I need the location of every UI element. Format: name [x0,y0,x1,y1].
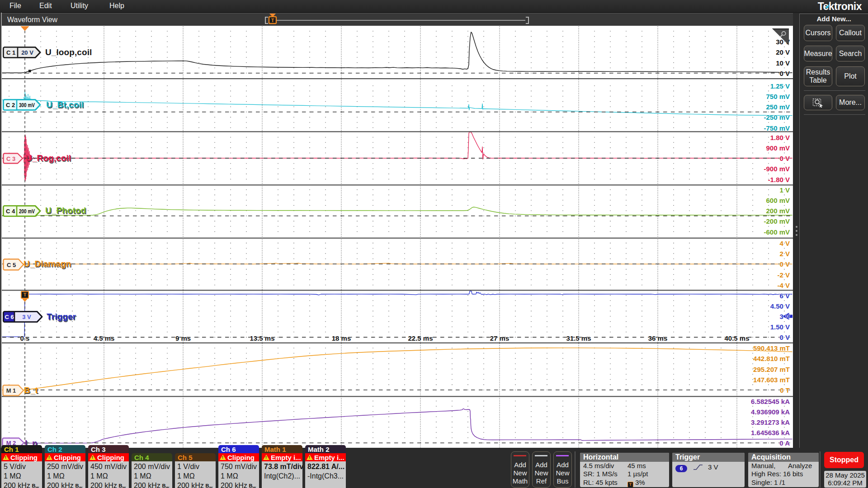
button-results-table[interactable]: ResultsTable [804,66,832,86]
button-plot[interactable]: Plot [836,66,865,86]
scale-label-C2: 1.25 V [770,82,790,89]
menu-item-help[interactable]: Help [109,2,124,10]
badge-settings: 5 V/div1 MΩ200 kHzBW [1,461,42,488]
badge-header-ch5[interactable]: Ch 5 [175,453,216,461]
bandwidth-icon: BW [205,481,212,488]
badge-header-ch3[interactable]: Ch 3 [88,445,129,453]
waveform-grid[interactable] [2,26,793,448]
trigger-panel[interactable]: Trigger63 V [672,453,745,487]
button-accent-line [535,455,547,456]
trigger-position-triangle[interactable] [21,26,29,31]
badge-header-ch6[interactable]: Ch 6 [218,445,259,453]
trigger-source-pill: 6 [675,465,687,472]
menu-item-edit[interactable]: Edit [39,2,52,10]
horizontal-panel[interactable]: Horizontal4.5 ms/div45 msSR: 1 MS/s1 µs/… [580,453,669,487]
slice-border [2,131,793,132]
channel-badge-M1[interactable]: M 1 [2,385,25,396]
scale-label-C5: 4 V [779,239,790,247]
channel-label-M1[interactable]: B_t [24,385,38,395]
channel-badge-C2[interactable]: C 2300 mV [3,99,42,111]
badge-header-math1[interactable]: Math 1 [262,445,302,453]
horizontal-panel-row: 4.5 ms/div45 ms [580,462,669,470]
button-measure[interactable]: Measure [804,46,832,61]
button-add-new-ref[interactable]: AddNewRef [532,451,551,488]
channel-label-C6[interactable]: Trigger [47,312,76,322]
badge-settings: 200 mV/div1 MΩ200 kHzBW [132,461,172,488]
scale-label-C5: 0 V [779,260,790,268]
warning-icon [307,455,313,460]
button-accent-line [514,455,526,456]
scale-label-C2: 250 mV [766,103,790,111]
badge-header-ch4[interactable]: Ch 4 [132,453,172,461]
warning-icon [263,455,269,460]
svg-text:C 2: C 2 [6,102,15,108]
bottom-badge-ch6[interactable]: Ch 6Clipping750 mV/div1 MΩ200 kHzBW [218,445,259,488]
button-add-new-math[interactable]: AddNewMath [511,451,529,488]
svg-text:20 V: 20 V [21,49,33,56]
svg-text:3 V: 3 V [22,314,31,320]
badge-settings: 750 mV/div1 MΩ200 kHzBW [218,461,259,488]
scale-label-C3: 0 V [779,155,790,162]
button-area-zoom[interactable] [804,95,832,110]
button-search[interactable]: Search [836,46,865,61]
channel-label-C3[interactable]: U_Rog,coil [26,153,71,163]
badge-header-ch2[interactable]: Ch 2 [45,445,85,453]
handle-dot [796,230,797,232]
stopped-button[interactable]: Stopped [824,452,864,468]
bottom-badge-ch5[interactable]: Ch 51 V/div1 MΩ200 kHzBW [175,453,216,488]
button-add-new-bus[interactable]: AddNewBus [553,451,572,488]
channel-badge-C6[interactable]: C 63 V [3,311,43,323]
svg-text:200 mV: 200 mV [19,208,35,215]
channel-label-C1[interactable]: U_loop,coil [45,47,92,57]
time-label: 6:09:42 PM [824,479,866,487]
handle-dot [796,226,797,228]
scale-label-M1: 0 T [780,386,790,394]
bottom-badge-ch1[interactable]: Ch 1Clipping5 V/div1 MΩ200 kHzBW [1,445,42,488]
button-cursors[interactable]: Cursors [804,25,832,41]
channel-badge-C3[interactable]: C 3 [3,153,24,164]
scale-label-C2: -250 mV [764,113,790,121]
scale-label-C5: -2 V [777,271,790,278]
handle-dot [796,234,797,236]
button-callout[interactable]: Callout [836,25,865,41]
scale-label-C3: -1.80 V [768,175,790,183]
warning-icon [220,455,226,460]
channel-badge-C5[interactable]: C 5 [3,258,25,271]
scale-label-C6: 4.50 V [770,302,790,310]
badge-warning: Clipping [45,453,85,461]
badge-settings: 250 mV/div1 MΩ200 kHzBW [45,461,85,488]
acquisition-row: Single: 1 /1 [748,479,819,487]
bottom-badge-ch2[interactable]: Ch 2Clipping250 mV/div1 MΩ200 kHzBW [45,445,85,488]
horizontal-pan-slider[interactable]: T [262,13,533,26]
slider-trigger-marker[interactable]: T [269,14,276,23]
menu-item-utility[interactable]: Utility [71,2,88,10]
channel-label-C2[interactable]: U_Bt,coil [46,100,84,110]
channel-label-C5[interactable]: U_Diamagn [24,259,71,269]
bottom-badge-ch4[interactable]: Ch 4200 mV/div1 MΩ200 kHzBW [132,453,172,488]
panel-separator [804,90,865,91]
acquisition-panel[interactable]: AcquisitionManual,AnalyzeHigh Res: 16 bi… [748,453,819,487]
menu-item-file[interactable]: File [9,2,21,10]
channel-badge-C4[interactable]: C 4200 mV [3,205,42,217]
badge-settings: 73.8 mT/divIntg(Ch2)... [262,461,302,488]
slice-border [2,238,793,239]
time-axis-label: 18 ms [332,334,351,342]
scale-label-M2: 6.582545 kA [751,397,790,405]
panel-resize-handle[interactable] [796,226,798,238]
grid-minor-dots [9,31,784,443]
badge-header-ch1[interactable]: Ch 1 [1,445,42,453]
badge-settings: 822.81 A/...-Intg(Ch3... [305,461,346,488]
scale-label-C3: 1.80 V [770,133,790,141]
time-axis-label: 4.5 ms [94,334,115,342]
time-axis-label: 31.5 ms [566,334,591,342]
waveform-view-title: Waveform View [7,16,57,24]
datetime-box: 28 May 2025 6:09:42 PM [824,471,866,488]
button-more[interactable]: More... [836,95,865,110]
channel-badge-C1[interactable]: C 120 V [3,47,42,58]
bottom-badge-math2[interactable]: Math 2Empty i...822.81 A/...-Intg(Ch3... [305,445,346,488]
channel-label-C4[interactable]: U_Photod [45,206,86,216]
badge-header-math2[interactable]: Math 2 [305,445,346,453]
bottom-badge-math1[interactable]: Math 1Empty i...73.8 mT/divIntg(Ch2)... [262,445,302,488]
bottom-badge-ch3[interactable]: Ch 3Clipping450 mV/div1 MΩ200 kHzBW [88,445,129,488]
time-axis-label: 40.5 ms [724,334,749,342]
